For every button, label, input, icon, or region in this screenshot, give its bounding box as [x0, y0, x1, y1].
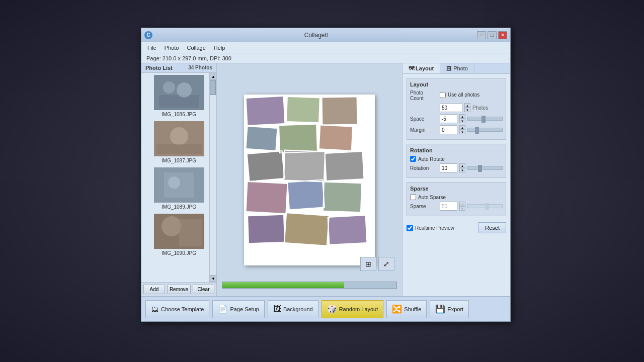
menu-file[interactable]: File — [143, 44, 160, 52]
list-item[interactable]: IMG_1090.JPG — [141, 212, 216, 258]
use-all-photos-row: Use all photos — [440, 92, 479, 98]
menu-photo[interactable]: Photo — [160, 44, 183, 52]
background-button[interactable]: 🖼 Background — [268, 300, 318, 318]
realtime-preview-row: Realtime Preview — [407, 225, 454, 231]
add-button[interactable]: Add — [143, 285, 165, 294]
rotation-section-title: Rotation — [410, 147, 503, 153]
menu-help[interactable]: Help — [210, 44, 229, 52]
svg-point-1 — [163, 81, 175, 94]
menu-collage[interactable]: Collage — [183, 44, 209, 52]
space-slider-thumb[interactable] — [481, 116, 486, 123]
list-item[interactable]: IMG_1086.JPG — [141, 73, 216, 119]
photo-count-up[interactable]: ▲ — [464, 103, 470, 108]
svg-rect-22 — [325, 151, 364, 181]
svg-rect-26 — [248, 214, 285, 243]
space-label: Space — [410, 116, 438, 122]
svg-rect-24 — [287, 179, 325, 210]
margin-up[interactable]: ▲ — [459, 125, 465, 130]
photo-thumbnail — [154, 167, 204, 203]
choose-template-button[interactable]: 🗂 Choose Template — [145, 300, 209, 318]
sparse-up[interactable]: ▲ — [459, 202, 465, 206]
svg-rect-6 — [156, 144, 202, 154]
scroll-up-button[interactable]: ▲ — [210, 73, 216, 80]
close-button[interactable]: ✕ — [498, 31, 507, 39]
margin-input[interactable] — [440, 125, 457, 134]
sparse-down[interactable]: ▼ — [459, 206, 465, 211]
margin-slider-thumb[interactable] — [475, 127, 479, 134]
photo-thumbnail — [154, 214, 204, 249]
rotation-down[interactable]: ▼ — [459, 168, 465, 172]
rotation-slider-thumb[interactable] — [478, 165, 482, 172]
svg-rect-21 — [284, 150, 325, 182]
shuffle-button[interactable]: 🔀 Shuffle — [386, 300, 427, 318]
photo-list-count: 34 Photos — [188, 65, 212, 71]
scroll-down-button[interactable]: ▼ — [210, 275, 216, 282]
space-up[interactable]: ▲ — [459, 114, 465, 119]
rotation-up[interactable]: ▲ — [459, 163, 465, 168]
auto-rotate-checkbox[interactable] — [410, 156, 416, 162]
list-item[interactable]: IMG_1089.JPG — [141, 165, 216, 212]
maximize-button[interactable]: □ — [488, 31, 497, 39]
photo-name: IMG_1087.JPG — [144, 158, 213, 163]
remove-button[interactable]: Remove — [167, 285, 191, 294]
space-down[interactable]: ▼ — [459, 119, 465, 123]
sparse-input[interactable] — [440, 202, 457, 211]
app-window: C CollageIt ─ □ ✕ File Photo Collage Hel… — [141, 28, 511, 322]
auto-sparse-checkbox[interactable] — [410, 194, 416, 200]
right-panel-tabs: 🗺 Layout 🖼 Photo — [403, 63, 510, 74]
margin-down[interactable]: ▼ — [459, 130, 465, 134]
random-layout-button[interactable]: 🎲 Random Layout — [321, 300, 384, 318]
crop-button[interactable]: ⊞ — [360, 257, 376, 271]
svg-rect-23 — [246, 181, 287, 213]
list-item[interactable]: IMG_1087.JPG — [141, 119, 216, 165]
photo-count-spin: ▲ ▼ — [464, 103, 470, 112]
page-info: Page: 210.0 x 297.0 mm, DPI: 300 — [141, 53, 510, 63]
photos-unit: Photos — [472, 105, 488, 111]
scrollbar-vertical[interactable]: ▲ ▼ — [209, 73, 216, 282]
svg-point-5 — [170, 127, 188, 145]
scroll-track[interactable] — [210, 80, 216, 275]
svg-rect-17 — [246, 126, 277, 150]
shuffle-icon: 🔀 — [392, 304, 402, 314]
canvas-area: ⊞ ⤢ — [217, 63, 402, 296]
collage-canvas[interactable] — [244, 95, 375, 265]
sparse-section: Sparse Auto Sparse Sparse ▲ ▼ — [407, 182, 506, 216]
photo-count-down[interactable]: ▼ — [464, 108, 470, 112]
svg-rect-25 — [323, 182, 362, 212]
page-setup-button[interactable]: 📄 Page Setup — [212, 300, 265, 318]
realtime-preview-checkbox[interactable] — [407, 225, 413, 231]
sparse-slider[interactable] — [467, 204, 503, 208]
progress-bar-area — [222, 282, 397, 289]
auto-rotate-row: Auto Rotate — [410, 156, 503, 162]
reset-button[interactable]: Reset — [478, 222, 506, 233]
space-slider[interactable] — [467, 117, 503, 121]
tab-layout[interactable]: 🗺 Layout — [403, 63, 440, 73]
svg-rect-20 — [247, 151, 285, 182]
sparse-slider-thumb[interactable] — [485, 203, 489, 210]
rotation-spin: ▲ ▼ — [459, 163, 465, 172]
export-button[interactable]: 💾 Export — [430, 300, 469, 318]
app-icon: C — [144, 31, 152, 39]
svg-point-9 — [168, 176, 180, 189]
random-layout-icon: 🎲 — [327, 304, 337, 314]
photo-buttons: Add Remove Clear — [141, 282, 216, 296]
clear-button[interactable]: Clear — [193, 285, 214, 294]
rotation-value-row: Rotation ▲ ▼ — [410, 163, 503, 172]
svg-rect-15 — [286, 96, 320, 122]
rotation-slider[interactable] — [467, 166, 503, 170]
fullscreen-button[interactable]: ⤢ — [378, 257, 394, 271]
menu-bar: File Photo Collage Help — [141, 42, 510, 53]
margin-label: Margin — [410, 127, 438, 133]
minimize-button[interactable]: ─ — [477, 31, 486, 39]
auto-sparse-label: Auto Sparse — [418, 195, 446, 200]
rotation-input[interactable] — [440, 163, 457, 172]
svg-rect-2 — [159, 95, 199, 108]
photo-count-input[interactable] — [440, 103, 462, 112]
tab-photo[interactable]: 🖼 Photo — [440, 63, 474, 73]
photo-list-header: Photo List 34 Photos — [141, 63, 216, 73]
scroll-thumb[interactable] — [210, 80, 216, 95]
use-all-photos-checkbox[interactable] — [440, 92, 446, 98]
space-input[interactable] — [440, 114, 457, 123]
margin-slider[interactable] — [467, 128, 503, 132]
export-icon: 💾 — [435, 304, 445, 314]
